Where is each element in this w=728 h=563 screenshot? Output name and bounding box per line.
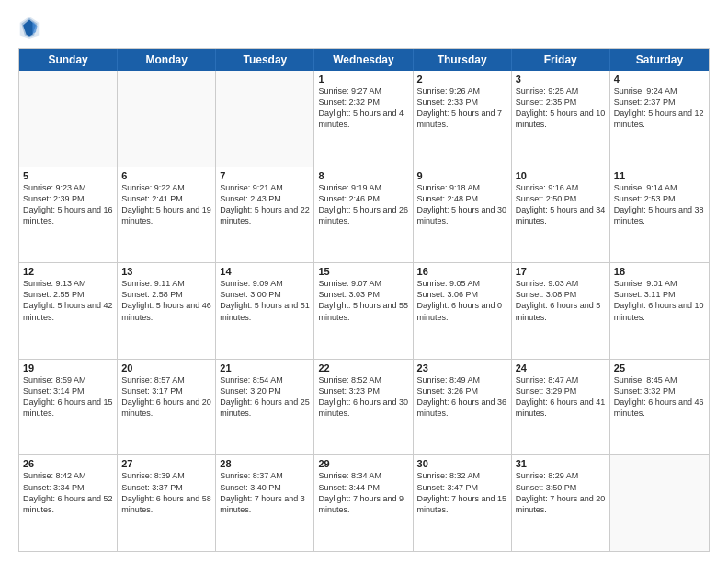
header-day-tuesday: Tuesday (216, 49, 314, 71)
calendar-day-empty-0-1 (118, 71, 216, 167)
day-number: 4 (614, 74, 705, 85)
day-info: Sunrise: 8:37 AM Sunset: 3:40 PM Dayligh… (220, 470, 310, 515)
day-number: 21 (220, 362, 310, 373)
header-day-friday: Friday (512, 49, 610, 71)
calendar-day-18: 18Sunrise: 9:01 AM Sunset: 3:11 PM Dayli… (610, 263, 709, 359)
calendar-day-15: 15Sunrise: 9:07 AM Sunset: 3:03 PM Dayli… (314, 263, 413, 359)
calendar-day-5: 5Sunrise: 9:23 AM Sunset: 2:39 PM Daylig… (19, 167, 118, 263)
day-info: Sunrise: 8:54 AM Sunset: 3:20 PM Dayligh… (220, 374, 310, 419)
day-number: 19 (23, 362, 113, 373)
day-number: 10 (516, 170, 606, 181)
day-number: 17 (516, 266, 606, 277)
day-info: Sunrise: 9:24 AM Sunset: 2:37 PM Dayligh… (614, 86, 705, 131)
day-number: 30 (417, 458, 507, 469)
calendar-day-9: 9Sunrise: 9:18 AM Sunset: 2:48 PM Daylig… (414, 167, 512, 263)
calendar-header-row: SundayMondayTuesdayWednesdayThursdayFrid… (19, 49, 709, 71)
day-info: Sunrise: 8:47 AM Sunset: 3:29 PM Dayligh… (516, 374, 606, 419)
calendar-day-29: 29Sunrise: 8:34 AM Sunset: 3:44 PM Dayli… (314, 455, 413, 551)
day-info: Sunrise: 8:45 AM Sunset: 3:32 PM Dayligh… (614, 374, 705, 419)
header-day-thursday: Thursday (414, 49, 512, 71)
calendar-day-8: 8Sunrise: 9:19 AM Sunset: 2:46 PM Daylig… (314, 167, 413, 263)
day-number: 28 (220, 458, 310, 469)
calendar-week-5: 26Sunrise: 8:42 AM Sunset: 3:34 PM Dayli… (19, 455, 709, 551)
day-number: 11 (614, 170, 705, 181)
calendar-day-12: 12Sunrise: 9:13 AM Sunset: 2:55 PM Dayli… (19, 263, 118, 359)
calendar-day-17: 17Sunrise: 9:03 AM Sunset: 3:08 PM Dayli… (512, 263, 610, 359)
calendar-day-11: 11Sunrise: 9:14 AM Sunset: 2:53 PM Dayli… (610, 167, 709, 263)
day-number: 7 (220, 170, 310, 181)
calendar-day-20: 20Sunrise: 8:57 AM Sunset: 3:17 PM Dayli… (118, 360, 216, 455)
calendar-day-4: 4Sunrise: 9:24 AM Sunset: 2:37 PM Daylig… (610, 71, 709, 167)
day-number: 15 (318, 266, 408, 277)
calendar-day-3: 3Sunrise: 9:25 AM Sunset: 2:35 PM Daylig… (512, 71, 610, 167)
day-info: Sunrise: 9:13 AM Sunset: 2:55 PM Dayligh… (23, 278, 113, 323)
calendar-day-empty-4-6 (610, 455, 709, 551)
calendar-day-19: 19Sunrise: 8:59 AM Sunset: 3:14 PM Dayli… (19, 360, 118, 455)
day-number: 31 (516, 458, 606, 469)
day-info: Sunrise: 8:49 AM Sunset: 3:26 PM Dayligh… (417, 374, 507, 419)
calendar-week-3: 12Sunrise: 9:13 AM Sunset: 2:55 PM Dayli… (19, 263, 709, 360)
day-number: 3 (516, 74, 606, 85)
day-info: Sunrise: 9:19 AM Sunset: 2:46 PM Dayligh… (318, 182, 408, 227)
day-number: 2 (417, 74, 507, 85)
logo (18, 15, 44, 40)
header-day-monday: Monday (118, 49, 216, 71)
calendar-day-14: 14Sunrise: 9:09 AM Sunset: 3:00 PM Dayli… (216, 263, 314, 359)
day-number: 23 (417, 362, 507, 373)
calendar-day-21: 21Sunrise: 8:54 AM Sunset: 3:20 PM Dayli… (216, 360, 314, 455)
header-day-wednesday: Wednesday (314, 49, 413, 71)
day-number: 8 (318, 170, 408, 181)
day-info: Sunrise: 9:26 AM Sunset: 2:33 PM Dayligh… (417, 86, 507, 131)
day-info: Sunrise: 9:14 AM Sunset: 2:53 PM Dayligh… (614, 182, 705, 227)
calendar-day-empty-0-0 (19, 71, 118, 167)
day-number: 20 (121, 362, 211, 373)
day-number: 6 (121, 170, 211, 181)
day-number: 26 (23, 458, 113, 469)
day-number: 1 (318, 74, 408, 85)
calendar-day-24: 24Sunrise: 8:47 AM Sunset: 3:29 PM Dayli… (512, 360, 610, 455)
day-info: Sunrise: 8:29 AM Sunset: 3:50 PM Dayligh… (516, 470, 606, 515)
day-number: 9 (417, 170, 507, 181)
calendar-day-30: 30Sunrise: 8:32 AM Sunset: 3:47 PM Dayli… (414, 455, 512, 551)
calendar-week-2: 5Sunrise: 9:23 AM Sunset: 2:39 PM Daylig… (19, 167, 709, 264)
calendar-week-4: 19Sunrise: 8:59 AM Sunset: 3:14 PM Dayli… (19, 360, 709, 456)
day-info: Sunrise: 8:32 AM Sunset: 3:47 PM Dayligh… (417, 470, 507, 515)
day-info: Sunrise: 9:22 AM Sunset: 2:41 PM Dayligh… (121, 182, 211, 227)
calendar-day-10: 10Sunrise: 9:16 AM Sunset: 2:50 PM Dayli… (512, 167, 610, 263)
calendar-body: 1Sunrise: 9:27 AM Sunset: 2:32 PM Daylig… (19, 71, 709, 551)
day-info: Sunrise: 9:21 AM Sunset: 2:43 PM Dayligh… (220, 182, 310, 227)
calendar-day-23: 23Sunrise: 8:49 AM Sunset: 3:26 PM Dayli… (414, 360, 512, 455)
calendar-day-6: 6Sunrise: 9:22 AM Sunset: 2:41 PM Daylig… (118, 167, 216, 263)
day-info: Sunrise: 9:01 AM Sunset: 3:11 PM Dayligh… (614, 278, 705, 323)
calendar-day-2: 2Sunrise: 9:26 AM Sunset: 2:33 PM Daylig… (414, 71, 512, 167)
day-info: Sunrise: 9:05 AM Sunset: 3:06 PM Dayligh… (417, 278, 507, 323)
calendar-day-28: 28Sunrise: 8:37 AM Sunset: 3:40 PM Dayli… (216, 455, 314, 551)
day-info: Sunrise: 9:16 AM Sunset: 2:50 PM Dayligh… (516, 182, 606, 227)
day-info: Sunrise: 9:27 AM Sunset: 2:32 PM Dayligh… (318, 86, 408, 131)
day-number: 13 (121, 266, 211, 277)
day-info: Sunrise: 9:03 AM Sunset: 3:08 PM Dayligh… (516, 278, 606, 323)
logo-icon (18, 15, 40, 40)
day-number: 25 (614, 362, 705, 373)
calendar-day-16: 16Sunrise: 9:05 AM Sunset: 3:06 PM Dayli… (414, 263, 512, 359)
calendar-day-31: 31Sunrise: 8:29 AM Sunset: 3:50 PM Dayli… (512, 455, 610, 551)
day-info: Sunrise: 8:52 AM Sunset: 3:23 PM Dayligh… (318, 374, 408, 419)
day-number: 12 (23, 266, 113, 277)
day-number: 24 (516, 362, 606, 373)
calendar-day-1: 1Sunrise: 9:27 AM Sunset: 2:32 PM Daylig… (314, 71, 413, 167)
day-number: 22 (318, 362, 408, 373)
day-number: 5 (23, 170, 113, 181)
day-number: 16 (417, 266, 507, 277)
calendar-day-25: 25Sunrise: 8:45 AM Sunset: 3:32 PM Dayli… (610, 360, 709, 455)
day-info: Sunrise: 9:23 AM Sunset: 2:39 PM Dayligh… (23, 182, 113, 227)
header-day-saturday: Saturday (610, 49, 709, 71)
day-info: Sunrise: 8:39 AM Sunset: 3:37 PM Dayligh… (121, 470, 211, 515)
day-info: Sunrise: 9:09 AM Sunset: 3:00 PM Dayligh… (220, 278, 310, 323)
day-info: Sunrise: 9:18 AM Sunset: 2:48 PM Dayligh… (417, 182, 507, 227)
day-info: Sunrise: 9:11 AM Sunset: 2:58 PM Dayligh… (121, 278, 211, 323)
calendar-day-22: 22Sunrise: 8:52 AM Sunset: 3:23 PM Dayli… (314, 360, 413, 455)
day-info: Sunrise: 8:42 AM Sunset: 3:34 PM Dayligh… (23, 470, 113, 515)
header-day-sunday: Sunday (19, 49, 118, 71)
calendar-day-13: 13Sunrise: 9:11 AM Sunset: 2:58 PM Dayli… (118, 263, 216, 359)
day-info: Sunrise: 8:57 AM Sunset: 3:17 PM Dayligh… (121, 374, 211, 419)
